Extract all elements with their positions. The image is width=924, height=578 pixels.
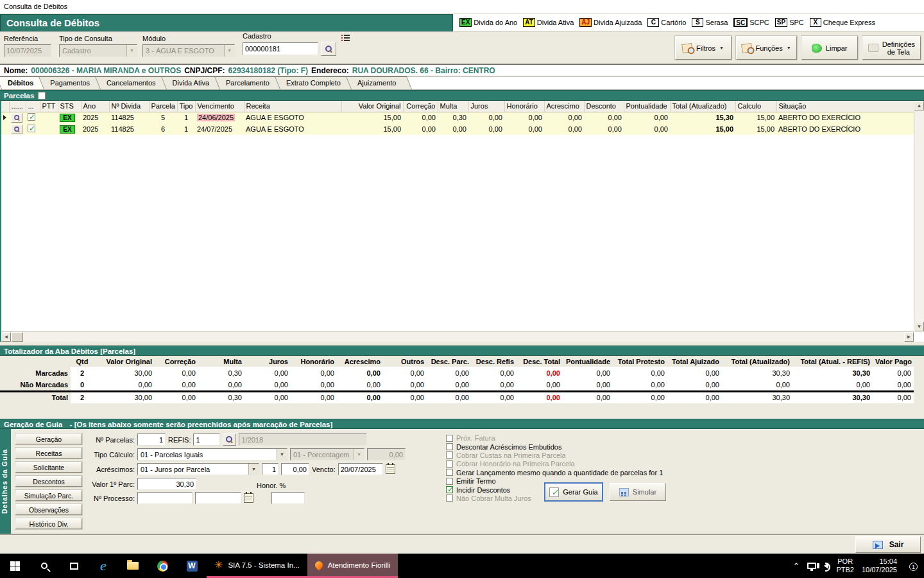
chevron-down-icon[interactable]: ▼ bbox=[126, 45, 137, 57]
clock[interactable]: 15:04 10/07/2025 bbox=[862, 557, 897, 574]
refis-input[interactable] bbox=[193, 434, 220, 446]
referencia-field[interactable] bbox=[4, 44, 51, 57]
checkbox-icon[interactable] bbox=[446, 435, 453, 442]
guia-side-button[interactable]: Geração bbox=[15, 434, 82, 444]
checkbox-icon[interactable] bbox=[446, 478, 453, 485]
horizontal-scrollbar[interactable]: ◄ ► bbox=[1, 331, 914, 342]
col-header[interactable]: Multa bbox=[438, 101, 468, 112]
checkbox-icon[interactable] bbox=[446, 469, 453, 476]
col-header[interactable]: Nº Divida bbox=[109, 101, 149, 112]
detalhes-guia-vertical-tab[interactable]: Detalhes da Guia bbox=[0, 429, 11, 534]
guia-side-button[interactable]: Solicitante bbox=[15, 462, 82, 473]
checkbox-icon[interactable] bbox=[446, 443, 453, 450]
file-explorer-button[interactable] bbox=[118, 554, 148, 578]
start-button[interactable] bbox=[0, 554, 30, 578]
guia-checkbox[interactable]: Cobrar Custas na Primeira Parcela bbox=[446, 451, 663, 459]
vertical-scrollbar[interactable]: ▲ ▼ bbox=[914, 101, 924, 331]
guia-side-button[interactable]: Histórico Div. bbox=[15, 518, 82, 529]
taskbar-search-button[interactable] bbox=[30, 554, 59, 578]
filtros-button[interactable]: Filtros ▼ bbox=[675, 36, 732, 60]
col-header[interactable]: Calculo bbox=[735, 101, 776, 112]
num-processo-input[interactable] bbox=[137, 492, 193, 504]
checkbox-icon[interactable] bbox=[446, 495, 453, 502]
checkbox-icon[interactable] bbox=[446, 451, 453, 459]
task-view-button[interactable] bbox=[59, 554, 89, 578]
taskbar-app-atendimento[interactable]: Atendimento Fiorilli bbox=[307, 554, 398, 578]
row-checkbox[interactable] bbox=[28, 113, 35, 121]
guia-side-button[interactable]: Observações bbox=[15, 504, 82, 515]
porcentagem-valor-field[interactable] bbox=[367, 448, 406, 460]
tab-item[interactable]: Ajuizamento bbox=[351, 76, 412, 89]
speaker-icon[interactable] bbox=[824, 563, 828, 569]
scroll-up-icon[interactable]: ▲ bbox=[914, 101, 924, 110]
guia-checkbox[interactable]: Próx. Fatura bbox=[446, 434, 663, 442]
refis-search-button[interactable] bbox=[223, 434, 236, 446]
valor-primeira-parcela-input[interactable] bbox=[137, 478, 196, 490]
col-header[interactable]: STS bbox=[58, 101, 81, 112]
porcentagem-select[interactable]: 01 - Porcentagem ▼ bbox=[290, 448, 364, 460]
col-header[interactable]: Valor Original bbox=[341, 101, 403, 112]
col-header[interactable]: Pontualidade bbox=[624, 101, 670, 112]
col-header[interactable]: Ano bbox=[81, 101, 109, 112]
tab-item[interactable]: Cancelamentos bbox=[100, 76, 171, 89]
col-header[interactable]: Vencimento bbox=[195, 101, 244, 112]
tipo-calculo-select[interactable]: 01 - Parcelas Iguais ▼ bbox=[137, 448, 287, 460]
notification-center-button[interactable]: 1 bbox=[905, 559, 919, 572]
col-header[interactable]: Correção bbox=[403, 101, 438, 112]
vencto-input[interactable] bbox=[338, 463, 383, 475]
scroll-right-icon[interactable]: ► bbox=[904, 332, 914, 342]
language-indicator[interactable]: POR PTB2 bbox=[836, 557, 854, 574]
processo-data-input[interactable] bbox=[195, 492, 241, 504]
network-icon[interactable] bbox=[807, 563, 816, 569]
chevron-down-icon[interactable]: ▼ bbox=[248, 464, 259, 475]
honor-input[interactable] bbox=[271, 492, 305, 504]
calendar-icon[interactable] bbox=[244, 493, 253, 503]
guia-checkbox[interactable]: Descontar Acréscimos Embutidos bbox=[446, 442, 663, 450]
acrescimos-select[interactable]: 01 - Juros por Parcela ▼ bbox=[137, 463, 259, 475]
parcelas-select-all-checkbox[interactable] bbox=[38, 92, 46, 100]
col-header[interactable]: Situação bbox=[776, 101, 915, 112]
refis-ref-field[interactable] bbox=[239, 434, 367, 446]
guia-side-button[interactable]: Receitas bbox=[15, 448, 82, 459]
chevron-down-icon[interactable]: ▼ bbox=[224, 45, 234, 57]
acrescimos-n-input[interactable] bbox=[262, 463, 278, 475]
simular-button[interactable]: Simular bbox=[610, 483, 666, 501]
cadastro-search-button[interactable] bbox=[321, 42, 336, 56]
table-row[interactable]: EX 2025 114825 6 1 24/07/2025 AGUA E ESG… bbox=[1, 123, 915, 135]
col-header[interactable]: Parcela bbox=[149, 101, 177, 112]
tray-chevron-icon[interactable]: ⌃ bbox=[793, 561, 800, 571]
cadastro-list-icon[interactable] bbox=[341, 33, 350, 41]
funcoes-button[interactable]: Funções ▼ bbox=[736, 36, 797, 60]
guia-side-button[interactable]: Descontos bbox=[15, 476, 82, 487]
scrollbar-thumb[interactable] bbox=[12, 332, 23, 342]
tipo-consulta-select[interactable]: Cadastro ▼ bbox=[59, 44, 137, 57]
col-header[interactable]: Desconto bbox=[584, 101, 624, 112]
chrome-button[interactable] bbox=[148, 554, 177, 578]
row-detail-button[interactable] bbox=[11, 113, 22, 123]
col-header[interactable]: Receita bbox=[244, 101, 341, 112]
calendar-icon[interactable] bbox=[386, 464, 395, 474]
row-detail-button[interactable] bbox=[11, 125, 22, 134]
col-header[interactable]: Juros bbox=[468, 101, 504, 112]
col-header[interactable]: Tipo bbox=[177, 101, 195, 112]
word-button[interactable]: W bbox=[177, 554, 207, 578]
scroll-left-icon[interactable]: ◄ bbox=[1, 332, 11, 342]
cadastro-input[interactable] bbox=[243, 42, 318, 55]
col-header[interactable]: PTT bbox=[40, 101, 58, 112]
table-row[interactable]: EX 2025 114825 5 1 24/06/2025 AGUA E ESG… bbox=[1, 112, 915, 123]
internet-explorer-button[interactable]: e bbox=[89, 554, 118, 578]
scroll-down-icon[interactable]: ▼ bbox=[914, 322, 924, 331]
limpar-button[interactable]: Limpar bbox=[801, 36, 858, 60]
checkbox-icon[interactable] bbox=[446, 486, 453, 493]
acrescimos-valor-input[interactable] bbox=[281, 463, 309, 475]
col-header[interactable]: ... bbox=[26, 101, 40, 112]
chevron-down-icon[interactable]: ▼ bbox=[354, 449, 364, 460]
guia-checkbox[interactable]: Gerar Lançamento mesmo quando a quantida… bbox=[446, 469, 663, 477]
chevron-down-icon[interactable]: ▼ bbox=[277, 449, 287, 460]
checkbox-icon[interactable] bbox=[446, 460, 453, 468]
guia-side-button[interactable]: Simulação Parc. bbox=[15, 490, 82, 501]
taskbar-app-sia[interactable]: ✳ SIA 7.5 - Sistema In... bbox=[207, 554, 307, 578]
tab-item[interactable]: Extrato Completo bbox=[280, 76, 356, 89]
definicoes-tela-button[interactable]: Definições de Tela bbox=[862, 36, 921, 60]
num-parcelas-input[interactable] bbox=[137, 434, 166, 446]
